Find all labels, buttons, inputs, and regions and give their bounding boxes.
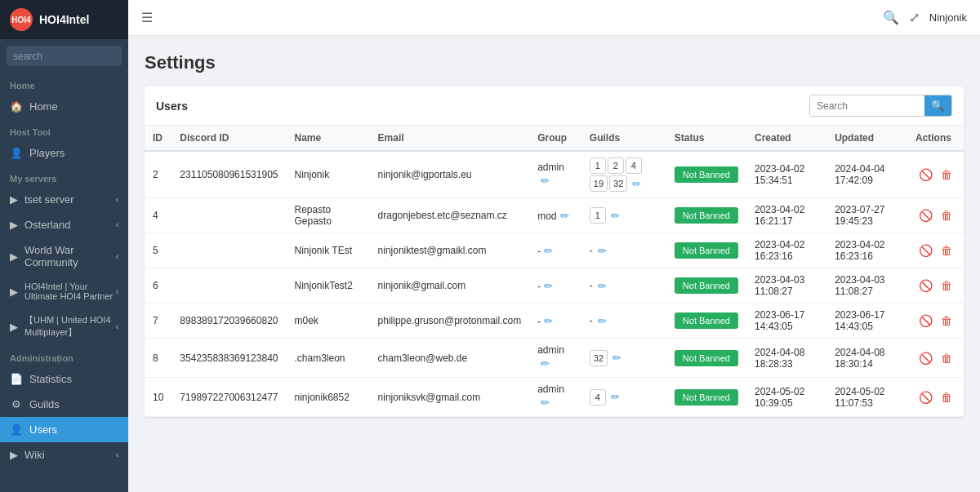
sidebar-item-users[interactable]: 👤 Users <box>0 417 128 442</box>
delete-button[interactable]: 🗑 <box>938 207 956 224</box>
edit-group-button[interactable]: ✏ <box>537 173 553 188</box>
tset-chevron-icon: ‹ <box>116 195 118 204</box>
status-badge[interactable]: Not Banned <box>675 389 738 406</box>
edit-group-button[interactable]: ✏ <box>541 243 556 259</box>
edit-group-button[interactable]: ✏ <box>537 356 553 371</box>
ban-button[interactable]: 🚫 <box>915 277 936 294</box>
col-status: Status <box>666 126 746 151</box>
cell-guilds: 1✏ <box>581 198 666 233</box>
sidebar-logo: HOI4 HOI4Intel <box>0 0 128 39</box>
guilds-icon: ⚙ <box>10 398 23 410</box>
sidebar-item-statistics[interactable]: 📄 Statistics <box>0 366 128 392</box>
ban-button[interactable]: 🚫 <box>915 389 936 406</box>
status-badge[interactable]: Not Banned <box>675 312 738 329</box>
delete-button[interactable]: 🗑 <box>938 242 956 259</box>
topbar-expand-icon[interactable]: ⤢ <box>909 10 920 25</box>
cell-created: 2024-05-02 10:39:05 <box>746 378 826 417</box>
wiki-chevron-icon: ‹ <box>116 450 118 459</box>
guild-badge: 2 <box>608 157 624 174</box>
status-badge[interactable]: Not Banned <box>675 242 738 259</box>
edit-guilds-button[interactable]: ✏ <box>595 278 610 294</box>
sidebar-item-world-war-label: World War Community <box>24 244 116 268</box>
delete-button[interactable]: 🗑 <box>938 312 956 329</box>
world-war-chevron-icon: ‹ <box>116 252 118 261</box>
cell-status: Not Banned <box>666 233 746 268</box>
sidebar-item-osterland[interactable]: ▶ Osterland ‹ <box>0 212 128 237</box>
table-search-button[interactable]: 🔍 <box>924 95 951 116</box>
sidebar-item-wiki[interactable]: ▶ Wiki ‹ <box>0 442 128 468</box>
cell-id: 8 <box>145 339 172 378</box>
ban-button[interactable]: 🚫 <box>915 166 936 183</box>
guild-badge: 4 <box>626 157 642 174</box>
status-badge[interactable]: Not Banned <box>675 166 738 183</box>
table-row: 6NinjonikTest2ninjonik@gmail.com-✏-✏Not … <box>145 268 964 304</box>
cell-name: .cham3leon <box>287 339 370 378</box>
sidebar-search-input[interactable] <box>7 47 122 66</box>
cell-group: -✏ <box>529 268 581 304</box>
ban-button[interactable]: 🚫 <box>915 312 936 329</box>
cell-discord-id <box>172 198 286 233</box>
edit-guilds-button[interactable]: ✏ <box>608 389 623 405</box>
ban-button[interactable]: 🚫 <box>915 350 936 366</box>
sidebar-item-uhm-label: 【UHM | United HOI4 Multiplayer】 <box>24 314 116 339</box>
sidebar-item-hoi4intel[interactable]: ▶ HOI4Intel | Your Ultimate HOI4 Partner… <box>0 275 128 308</box>
cell-actions: 🚫🗑 <box>907 304 964 339</box>
delete-button[interactable]: 🗑 <box>938 350 956 366</box>
guild-badge: 1 <box>590 157 606 174</box>
edit-guilds-button[interactable]: ✏ <box>609 350 625 366</box>
cell-guilds: -✏ <box>581 268 666 304</box>
home-icon: 🏠 <box>10 100 23 113</box>
cell-actions: 🚫🗑 <box>907 233 964 268</box>
table-row: 5Ninjonik TEstninjoniktest@gmaikl.com-✏-… <box>145 233 964 268</box>
sidebar-item-players[interactable]: 👤 Players <box>0 140 128 166</box>
sidebar-item-hoi4intel-label: HOI4Intel | Your Ultimate HOI4 Partner <box>24 281 116 301</box>
edit-guilds-button[interactable]: ✏ <box>629 176 644 192</box>
tset-server-icon: ▶ <box>10 193 18 206</box>
sidebar-item-home[interactable]: 🏠 Home <box>0 94 128 119</box>
sidebar-item-uhm[interactable]: ▶ 【UHM | United HOI4 Multiplayer】 ‹ <box>0 308 128 345</box>
sidebar-item-guilds[interactable]: ⚙ Guilds <box>0 392 128 417</box>
edit-guilds-button[interactable]: ✏ <box>595 243 610 259</box>
delete-button[interactable]: 🗑 <box>938 277 956 294</box>
topbar-search-icon[interactable]: 🔍 <box>883 10 899 25</box>
status-badge[interactable]: Not Banned <box>675 277 738 294</box>
cell-email: dragonjebest.etc@seznam.cz <box>370 198 530 233</box>
sidebar-item-users-label: Users <box>29 423 57 436</box>
edit-guilds-button[interactable]: ✏ <box>608 208 623 224</box>
edit-guilds-button[interactable]: ✏ <box>595 313 610 329</box>
menu-icon[interactable]: ☰ <box>141 10 153 25</box>
edit-group-button[interactable]: ✏ <box>537 395 553 410</box>
cell-updated: 2024-05-02 11:07:53 <box>826 378 907 417</box>
status-badge[interactable]: Not Banned <box>675 207 738 224</box>
sidebar-item-home-label: Home <box>29 100 58 113</box>
status-badge[interactable]: Not Banned <box>675 350 738 366</box>
guild-badge: 4 <box>590 389 606 406</box>
col-discord-id: Discord ID <box>172 126 286 151</box>
uhm-chevron-icon: ‹ <box>116 322 118 331</box>
sidebar-item-tset-server[interactable]: ▶ tset server ‹ <box>0 187 128 212</box>
delete-button[interactable]: 🗑 <box>938 166 956 183</box>
edit-group-button[interactable]: ✏ <box>541 313 556 329</box>
section-label-my-servers: My servers <box>0 166 128 187</box>
cell-id: 6 <box>145 268 172 304</box>
uhm-icon: ▶ <box>10 321 18 333</box>
sidebar-item-osterland-label: Osterland <box>24 219 70 231</box>
edit-group-button[interactable]: ✏ <box>541 278 556 294</box>
cell-status: Not Banned <box>666 151 746 198</box>
cell-guilds: -✏ <box>581 233 666 268</box>
ban-button[interactable]: 🚫 <box>915 242 936 259</box>
cell-id: 4 <box>145 198 172 233</box>
sidebar-search-container: 🔍 <box>0 39 128 73</box>
sidebar-item-world-war[interactable]: ▶ World War Community ‹ <box>0 237 128 275</box>
table-search-input[interactable] <box>810 96 924 116</box>
cell-name: m0ek <box>287 304 370 339</box>
statistics-icon: 📄 <box>10 373 23 385</box>
ban-button[interactable]: 🚫 <box>915 207 936 224</box>
cell-actions: 🚫🗑 <box>907 378 964 417</box>
delete-button[interactable]: 🗑 <box>938 389 956 406</box>
topbar: ☰ 🔍 ⤢ Ninjonik <box>128 0 980 36</box>
content-area: Settings Users 🔍 ID Discord ID Name Emai… <box>128 36 980 492</box>
hoi4intel-icon: ▶ <box>10 286 18 298</box>
cell-status: Not Banned <box>666 304 746 339</box>
edit-group-button[interactable]: ✏ <box>557 208 572 224</box>
